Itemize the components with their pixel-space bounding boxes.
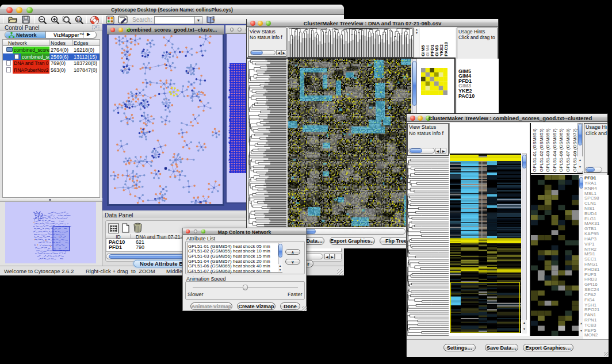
svg-text:SEC1: SEC1 [584,256,596,262]
svg-text:CPA2: CPA2 [584,292,596,297]
svg-text:1:1: 1:1 [76,18,81,21]
svg-text:HRD3: HRD3 [584,277,597,282]
svg-text:GPL51-08 (GSM872): GPL51-08 (GSM872) [572,128,577,172]
svg-text:GPL51-06 (GSM865): GPL51-06 (GSM865) [559,128,564,172]
svg-text:GTB1: GTB1 [584,226,596,231]
svg-text:PEP5: PEP5 [584,328,596,333]
svg-text:VIP1: VIP1 [584,242,595,247]
svg-text:YRA1: YRA1 [584,181,596,186]
svg-text:BUD4: BUD4 [584,211,597,216]
svg-text:GPL51-03 (GSM856): GPL51-03 (GSM856) [545,128,550,172]
svg-text:GPL51-07 (GSM868): GPL51-07 (GSM868) [565,128,571,172]
svg-text:GPL51-01 (GSM854): GPL51-01 (GSM854) [532,128,537,172]
svg-text:PAN1: PAN1 [584,312,596,317]
svg-text:GPI16: GPI16 [584,282,598,287]
svg-text:MAK31: MAK31 [584,221,600,226]
svg-text:YSH1: YSH1 [584,302,596,308]
svg-text:HAP3: HAP3 [584,236,596,242]
svg-text:RNR4: RNR4 [584,186,597,191]
svg-text:NIS1: NIS1 [584,206,595,211]
svg-text:GPL51-02 (GSM855): GPL51-02 (GSM855) [539,128,544,172]
svg-text:ELG1: ELG1 [584,216,596,221]
svg-text:KAP95: KAP95 [584,231,599,236]
svg-text:NTR2: NTR2 [584,247,596,252]
svg-text:TCB3: TCB3 [584,323,596,328]
svg-text:FIG4: FIG4 [584,297,595,302]
svg-text:HMG1: HMG1 [584,262,598,267]
svg-text:MON2: MON2 [584,332,598,338]
svg-text:PAC10: PAC10 [443,41,449,56]
svg-text:MSI1: MSI1 [584,251,595,256]
svg-text:RPO21: RPO21 [584,307,600,312]
svg-text:RPN1: RPN1 [584,317,597,323]
svg-text:PUF3: PUF3 [584,272,596,277]
svg-text:PHO81: PHO81 [584,267,600,272]
svg-text:GPL51-04 (GSM857): GPL51-04 (GSM857) [552,128,557,172]
svg-text:MSL1: MSL1 [584,191,596,196]
svg-text:PFD1: PFD1 [584,175,596,181]
svg-text:CLN1: CLN1 [584,201,596,206]
svg-text:SPC98: SPC98 [584,196,599,201]
svg-text:SEC24: SEC24 [584,287,599,292]
